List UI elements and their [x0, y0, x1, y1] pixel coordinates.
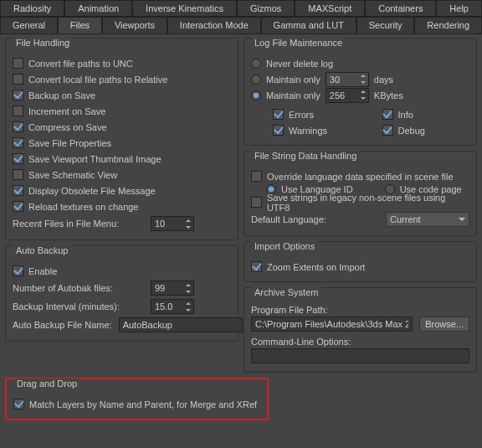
chk-match-layers[interactable] — [13, 399, 24, 409]
lbl-warnings: Warnings — [289, 126, 327, 136]
chk-override-lang[interactable] — [251, 171, 262, 182]
tab-rendering[interactable]: Rendering — [414, 17, 482, 33]
lbl-display-obsolete: Display Obsolete File Message — [28, 186, 156, 196]
lbl-enable-autobackup: Enable — [28, 266, 57, 276]
input-days[interactable] — [326, 75, 358, 85]
dropdown-value: Current — [390, 214, 421, 224]
tab-row-bottom: General Files Viewports Interaction Mode… — [0, 17, 482, 34]
tab-gizmos[interactable]: Gizmos — [237, 0, 295, 16]
group-title: File String Data Handling — [251, 151, 360, 161]
arrow-up-icon[interactable] — [358, 73, 368, 80]
lbl-save-thumb: Save Viewport Thumbnail Image — [28, 154, 162, 164]
tab-security[interactable]: Security — [356, 17, 415, 33]
lbl-num-autobak: Number of Autobak files: — [13, 283, 113, 293]
group-title: Import Options — [251, 241, 318, 251]
spin-backup-interval[interactable] — [151, 299, 194, 314]
tab-row-top: Radiosity Animation Inverse Kinematics G… — [0, 0, 482, 17]
group-file-handling: File Handling Convert file paths to UNC … — [5, 38, 238, 240]
tab-radiosity[interactable]: Radiosity — [0, 0, 64, 16]
radio-never-delete[interactable] — [251, 59, 261, 69]
arrow-down-icon[interactable] — [183, 306, 193, 313]
group-title: Drag and Drop — [13, 378, 80, 389]
chk-save-thumb[interactable] — [13, 153, 23, 164]
arrow-down-icon[interactable] — [358, 80, 368, 86]
tab-containers[interactable]: Containers — [365, 0, 436, 16]
lbl-increment-on-save: Increment on Save — [28, 106, 105, 116]
chk-increment-on-save[interactable] — [13, 106, 23, 116]
lbl-save-props: Save File Properties — [28, 138, 111, 148]
spin-days[interactable] — [326, 72, 369, 87]
group-archive-system: Archive System Program File Path: Browse… — [244, 287, 477, 373]
arrow-up-icon[interactable] — [358, 89, 368, 95]
lbl-zoom-extents: Zoom Extents on Import — [267, 262, 365, 272]
chk-reload-textures[interactable] — [13, 201, 23, 212]
input-autobackup-name[interactable] — [119, 317, 243, 332]
lbl-info: Info — [398, 110, 413, 120]
chk-errors[interactable] — [273, 109, 284, 120]
tab-viewports[interactable]: Viewports — [102, 17, 167, 33]
input-backup-interval[interactable] — [151, 301, 183, 312]
arrow-down-icon[interactable] — [183, 288, 193, 295]
browse-button[interactable]: Browse... — [419, 317, 469, 332]
lbl-save-utf8: Save strings in legacy non-scene files u… — [267, 193, 469, 213]
lbl-backup-interval: Backup Interval (minutes): — [13, 301, 120, 312]
input-kbytes[interactable] — [326, 90, 358, 100]
arrow-up-icon[interactable] — [183, 217, 193, 224]
right-column: Log File Maintenance Never delete log Ma… — [244, 38, 477, 373]
tab-maxscript[interactable]: MAXScript — [295, 0, 365, 16]
chk-info[interactable] — [382, 109, 393, 120]
input-cmd-options[interactable] — [251, 348, 469, 363]
chk-save-utf8[interactable] — [251, 197, 262, 208]
chk-zoom-extents[interactable] — [251, 261, 262, 272]
group-title: Auto Backup — [13, 245, 71, 255]
lbl-autobackup-name: Auto Backup File Name: — [13, 320, 112, 330]
arrow-down-icon[interactable] — [358, 95, 368, 102]
lbl-maintain-days: Maintain only — [266, 75, 320, 85]
chk-enable-autobackup[interactable] — [13, 265, 23, 276]
lbl-backup-on-save: Backup on Save — [28, 90, 95, 100]
lbl-maintain-kbytes: Maintain only — [266, 90, 320, 100]
chk-save-props[interactable] — [13, 137, 23, 148]
lbl-convert-unc: Convert file paths to UNC — [28, 59, 133, 69]
tab-help[interactable]: Help — [436, 0, 482, 16]
arrow-up-icon[interactable] — [183, 300, 193, 306]
spin-kbytes[interactable] — [326, 88, 369, 103]
tab-files[interactable]: Files — [58, 17, 102, 33]
arrow-down-icon[interactable] — [183, 224, 193, 230]
group-title: File Handling — [13, 38, 73, 48]
lbl-never-delete: Never delete log — [266, 59, 333, 69]
lbl-compress-on-save: Compress on Save — [28, 122, 107, 132]
radio-maintain-kbytes[interactable] — [251, 90, 261, 100]
chk-compress-on-save[interactable] — [13, 121, 23, 132]
group-auto-backup: Auto Backup Enable Number of Autobak fil… — [5, 245, 238, 342]
tab-interaction-mode[interactable]: Interaction Mode — [167, 17, 261, 33]
input-recent-files[interactable] — [151, 219, 183, 229]
tab-gamma-lut[interactable]: Gamma and LUT — [261, 17, 356, 33]
dropdown-default-lang[interactable]: Current — [386, 212, 469, 227]
chk-backup-on-save[interactable] — [13, 90, 23, 100]
chk-convert-relative[interactable] — [13, 74, 23, 85]
spin-recent-files[interactable] — [151, 216, 194, 231]
chk-save-schematic[interactable] — [13, 169, 23, 180]
tab-animation[interactable]: Animation — [64, 0, 132, 16]
lbl-recent-files: Recent Files in File Menu: — [13, 219, 119, 229]
arrow-up-icon[interactable] — [183, 281, 193, 288]
group-string-handling: File String Data Handling Override langu… — [244, 151, 477, 236]
chk-warnings[interactable] — [273, 125, 284, 136]
chk-display-obsolete[interactable] — [13, 185, 23, 196]
spin-num-autobak[interactable] — [151, 281, 194, 296]
lbl-save-schematic: Save Schematic View — [28, 170, 117, 180]
tab-general[interactable]: General — [0, 17, 58, 33]
input-num-autobak[interactable] — [151, 283, 183, 293]
input-program-path[interactable] — [251, 317, 413, 332]
radio-maintain-days[interactable] — [251, 75, 261, 85]
group-title: Log File Maintenance — [251, 38, 346, 48]
lbl-default-lang: Default Language: — [251, 214, 326, 224]
chk-debug[interactable] — [382, 125, 393, 136]
group-import-options: Import Options Zoom Extents on Import — [244, 241, 477, 282]
lbl-errors: Errors — [289, 110, 314, 120]
chk-convert-unc[interactable] — [13, 58, 23, 69]
tab-ik[interactable]: Inverse Kinematics — [132, 0, 237, 16]
group-title: Archive System — [251, 287, 321, 297]
group-drag-drop: Drag and Drop Match Layers by Name and P… — [5, 378, 269, 420]
